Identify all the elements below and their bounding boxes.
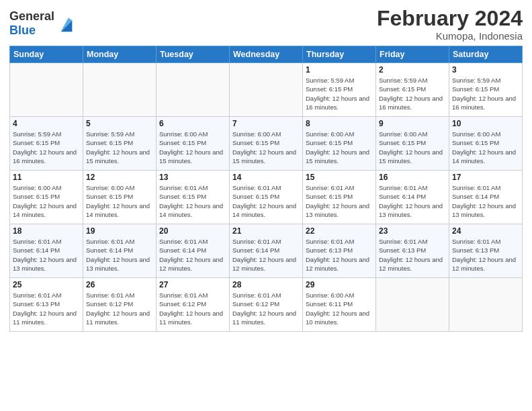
week-row-1: 4Sunrise: 5:59 AMSunset: 6:15 PMDaylight…	[10, 117, 523, 171]
day-info: Sunrise: 6:00 AMSunset: 6:15 PMDaylight:…	[232, 130, 300, 165]
calendar-cell: 21Sunrise: 6:01 AMSunset: 6:14 PMDayligh…	[230, 224, 303, 278]
title-block: February 2024 Kumopa, Indonesia	[377, 7, 523, 42]
calendar-cell: 28Sunrise: 6:01 AMSunset: 6:12 PMDayligh…	[230, 278, 303, 332]
calendar: SundayMondayTuesdayWednesdayThursdayFrid…	[9, 46, 523, 332]
day-info: Sunrise: 6:00 AMSunset: 6:15 PMDaylight:…	[306, 130, 373, 165]
day-number: 16	[379, 173, 446, 182]
day-number: 5	[86, 119, 153, 128]
day-info: Sunrise: 6:00 AMSunset: 6:15 PMDaylight:…	[379, 130, 446, 165]
calendar-cell: 11Sunrise: 6:00 AMSunset: 6:15 PMDayligh…	[10, 171, 83, 224]
weekday-header-sunday: Sunday	[10, 46, 83, 63]
day-number: 3	[452, 65, 519, 75]
day-info: Sunrise: 6:00 AMSunset: 6:15 PMDaylight:…	[86, 183, 153, 219]
day-number: 19	[86, 226, 153, 236]
calendar-cell: 2Sunrise: 5:59 AMSunset: 6:15 PMDaylight…	[376, 63, 449, 117]
day-number: 13	[159, 173, 226, 182]
day-info: Sunrise: 6:01 AMSunset: 6:12 PMDaylight:…	[86, 291, 153, 326]
day-number: 10	[452, 119, 519, 128]
calendar-cell: 24Sunrise: 6:01 AMSunset: 6:13 PMDayligh…	[449, 224, 523, 278]
day-info: Sunrise: 6:01 AMSunset: 6:14 PMDaylight:…	[13, 237, 80, 273]
day-number: 4	[13, 119, 80, 128]
calendar-cell: 16Sunrise: 6:01 AMSunset: 6:14 PMDayligh…	[376, 171, 449, 224]
day-info: Sunrise: 6:00 AMSunset: 6:15 PMDaylight:…	[452, 130, 519, 165]
header: General Blue February 2024 Kumopa, Indon…	[9, 7, 523, 42]
day-info: Sunrise: 6:00 AMSunset: 6:15 PMDaylight:…	[13, 183, 80, 219]
day-info: Sunrise: 6:01 AMSunset: 6:13 PMDaylight:…	[306, 237, 373, 273]
week-row-0: 1Sunrise: 5:59 AMSunset: 6:15 PMDaylight…	[10, 63, 523, 117]
week-row-2: 11Sunrise: 6:00 AMSunset: 6:15 PMDayligh…	[10, 171, 523, 224]
day-number: 28	[232, 280, 300, 289]
calendar-cell	[376, 278, 449, 332]
day-number: 9	[379, 119, 446, 128]
day-info: Sunrise: 5:59 AMSunset: 6:15 PMDaylight:…	[86, 130, 153, 165]
day-info: Sunrise: 5:59 AMSunset: 6:15 PMDaylight:…	[452, 76, 519, 111]
day-info: Sunrise: 6:01 AMSunset: 6:13 PMDaylight:…	[13, 291, 80, 326]
calendar-cell: 29Sunrise: 6:00 AMSunset: 6:11 PMDayligh…	[303, 278, 376, 332]
calendar-cell: 17Sunrise: 6:01 AMSunset: 6:14 PMDayligh…	[449, 171, 523, 224]
calendar-cell: 3Sunrise: 5:59 AMSunset: 6:15 PMDaylight…	[449, 63, 523, 117]
day-info: Sunrise: 6:00 AMSunset: 6:15 PMDaylight:…	[159, 130, 226, 165]
calendar-cell	[157, 63, 230, 117]
calendar-cell: 22Sunrise: 6:01 AMSunset: 6:13 PMDayligh…	[303, 224, 376, 278]
day-number: 24	[452, 226, 519, 236]
day-info: Sunrise: 6:01 AMSunset: 6:13 PMDaylight:…	[452, 237, 519, 273]
day-number: 6	[159, 119, 226, 128]
day-info: Sunrise: 6:01 AMSunset: 6:14 PMDaylight:…	[232, 237, 300, 273]
day-info: Sunrise: 5:59 AMSunset: 6:15 PMDaylight:…	[379, 76, 446, 111]
calendar-cell: 7Sunrise: 6:00 AMSunset: 6:15 PMDaylight…	[230, 117, 303, 171]
day-number: 7	[232, 119, 300, 128]
week-row-4: 25Sunrise: 6:01 AMSunset: 6:13 PMDayligh…	[10, 278, 523, 332]
day-number: 20	[159, 226, 226, 236]
calendar-cell	[230, 63, 303, 117]
day-number: 22	[306, 226, 373, 236]
month-year: February 2024	[377, 7, 523, 30]
calendar-cell: 10Sunrise: 6:00 AMSunset: 6:15 PMDayligh…	[449, 117, 523, 171]
day-number: 26	[86, 280, 153, 289]
day-number: 18	[13, 226, 80, 236]
calendar-cell	[10, 63, 83, 117]
calendar-cell: 15Sunrise: 6:01 AMSunset: 6:15 PMDayligh…	[303, 171, 376, 224]
week-row-3: 18Sunrise: 6:01 AMSunset: 6:14 PMDayligh…	[10, 224, 523, 278]
calendar-cell: 8Sunrise: 6:00 AMSunset: 6:15 PMDaylight…	[303, 117, 376, 171]
day-number: 8	[306, 119, 373, 128]
calendar-cell: 13Sunrise: 6:01 AMSunset: 6:15 PMDayligh…	[157, 171, 230, 224]
logo: General Blue	[9, 9, 76, 37]
day-number: 14	[232, 173, 300, 182]
calendar-cell: 25Sunrise: 6:01 AMSunset: 6:13 PMDayligh…	[10, 278, 83, 332]
day-info: Sunrise: 6:01 AMSunset: 6:15 PMDaylight:…	[306, 183, 373, 219]
day-info: Sunrise: 6:01 AMSunset: 6:15 PMDaylight:…	[159, 183, 226, 219]
logo-blue: Blue	[9, 24, 36, 37]
day-number: 25	[13, 280, 80, 289]
calendar-cell: 23Sunrise: 6:01 AMSunset: 6:13 PMDayligh…	[376, 224, 449, 278]
day-number: 17	[452, 173, 519, 182]
calendar-cell: 14Sunrise: 6:01 AMSunset: 6:15 PMDayligh…	[230, 171, 303, 224]
weekday-header-wednesday: Wednesday	[230, 46, 303, 63]
day-number: 1	[306, 65, 373, 75]
calendar-cell: 5Sunrise: 5:59 AMSunset: 6:15 PMDaylight…	[83, 117, 157, 171]
day-number: 12	[86, 173, 153, 182]
day-info: Sunrise: 6:01 AMSunset: 6:13 PMDaylight:…	[379, 237, 446, 273]
weekday-header-thursday: Thursday	[303, 46, 376, 63]
day-info: Sunrise: 6:01 AMSunset: 6:14 PMDaylight:…	[159, 237, 226, 273]
day-info: Sunrise: 6:01 AMSunset: 6:12 PMDaylight:…	[159, 291, 226, 326]
day-info: Sunrise: 6:01 AMSunset: 6:14 PMDaylight:…	[452, 183, 519, 219]
logo-general: General	[9, 9, 54, 23]
calendar-cell: 27Sunrise: 6:01 AMSunset: 6:12 PMDayligh…	[157, 278, 230, 332]
weekday-header-monday: Monday	[83, 46, 157, 63]
day-info: Sunrise: 6:01 AMSunset: 6:15 PMDaylight:…	[232, 183, 300, 219]
calendar-cell: 12Sunrise: 6:00 AMSunset: 6:15 PMDayligh…	[83, 171, 157, 224]
day-info: Sunrise: 6:01 AMSunset: 6:12 PMDaylight:…	[232, 291, 300, 326]
day-number: 21	[232, 226, 300, 236]
calendar-cell	[449, 278, 523, 332]
day-number: 2	[379, 65, 446, 75]
calendar-cell: 18Sunrise: 6:01 AMSunset: 6:14 PMDayligh…	[10, 224, 83, 278]
day-info: Sunrise: 6:00 AMSunset: 6:11 PMDaylight:…	[306, 291, 373, 326]
calendar-cell: 26Sunrise: 6:01 AMSunset: 6:12 PMDayligh…	[83, 278, 157, 332]
day-info: Sunrise: 5:59 AMSunset: 6:15 PMDaylight:…	[13, 130, 80, 165]
weekday-header-saturday: Saturday	[449, 46, 523, 63]
day-number: 27	[159, 280, 226, 289]
calendar-cell: 9Sunrise: 6:00 AMSunset: 6:15 PMDaylight…	[376, 117, 449, 171]
day-number: 29	[306, 280, 373, 289]
calendar-cell	[83, 63, 157, 117]
location: Kumopa, Indonesia	[377, 30, 523, 42]
